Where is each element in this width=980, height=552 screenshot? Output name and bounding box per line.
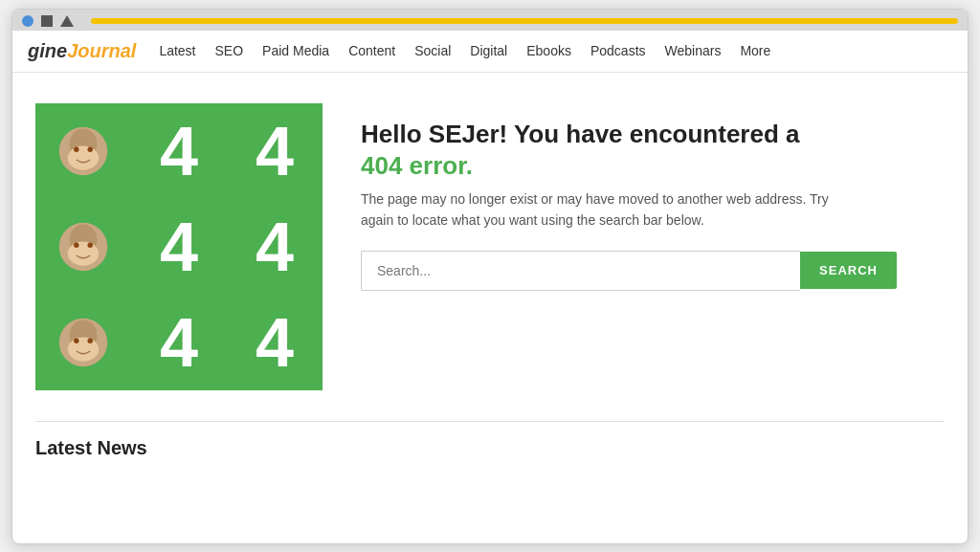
svg-point-7 bbox=[68, 241, 99, 265]
svg-point-3 bbox=[74, 146, 78, 151]
site-nav: gineJournal Latest SEO Paid Media Conten… bbox=[12, 31, 968, 73]
browser-dot-blue bbox=[22, 15, 33, 27]
error-headline: Hello SEJer! You have encountered a 404 … bbox=[361, 119, 945, 184]
browser-window: gineJournal Latest SEO Paid Media Conten… bbox=[11, 9, 969, 544]
svg-point-13 bbox=[74, 338, 78, 342]
num-4-mid-right: 4 bbox=[256, 212, 294, 281]
num-4-bot-left: 4 bbox=[160, 308, 198, 377]
face-icon-3 bbox=[57, 317, 109, 368]
svg-point-8 bbox=[74, 242, 78, 247]
page-content: 4 4 4 bbox=[12, 73, 968, 482]
latest-news-title: Latest News bbox=[35, 437, 945, 459]
svg-point-14 bbox=[88, 338, 93, 342]
error-section: 4 4 4 bbox=[35, 103, 945, 390]
search-button[interactable]: SEARCH bbox=[800, 252, 897, 289]
face-cell-2: 4 bbox=[227, 103, 323, 199]
face-cell-8: 4 bbox=[131, 295, 227, 390]
nav-item-more[interactable]: More bbox=[740, 42, 770, 59]
nav-item-digital[interactable]: Digital bbox=[470, 42, 507, 59]
latest-news-section: Latest News bbox=[35, 421, 945, 459]
logo-journal: Journal bbox=[67, 40, 136, 61]
nav-item-ebooks[interactable]: Ebooks bbox=[526, 42, 571, 59]
address-bar bbox=[91, 18, 958, 24]
nav-menu: Latest SEO Paid Media Content Social Dig… bbox=[159, 42, 770, 59]
nav-item-webinars[interactable]: Webinars bbox=[665, 42, 722, 59]
error-text-section: Hello SEJer! You have encountered a 404 … bbox=[361, 103, 945, 291]
svg-point-4 bbox=[88, 146, 93, 151]
logo-gine: gine bbox=[28, 40, 67, 61]
face-cell-9: 4 bbox=[227, 295, 323, 390]
num-4-bot-right: 4 bbox=[256, 308, 294, 377]
nav-item-content[interactable]: Content bbox=[348, 42, 395, 59]
face-icon-2 bbox=[57, 221, 109, 273]
search-input[interactable] bbox=[361, 251, 800, 291]
face-cell-7 bbox=[35, 295, 131, 390]
site-logo: gineJournal bbox=[28, 40, 136, 62]
nav-item-paid-media[interactable]: Paid Media bbox=[262, 42, 329, 59]
svg-point-2 bbox=[68, 145, 99, 169]
nav-item-latest[interactable]: Latest bbox=[159, 42, 195, 59]
face-cell-5: 4 bbox=[131, 199, 227, 295]
face-cell-1 bbox=[35, 103, 131, 199]
search-row: SEARCH bbox=[361, 251, 897, 291]
face-icon-1 bbox=[57, 125, 109, 177]
error-code: 404 error. bbox=[361, 151, 473, 180]
browser-triangle bbox=[60, 15, 74, 27]
svg-point-12 bbox=[68, 337, 99, 361]
num-4-top-right: 4 bbox=[256, 117, 294, 186]
browser-square bbox=[41, 15, 53, 27]
error-image: 4 4 4 bbox=[35, 103, 323, 390]
nav-item-podcasts[interactable]: Podcasts bbox=[590, 42, 646, 59]
face-cell-6: 4 bbox=[227, 199, 323, 295]
face-cell-4: 4 bbox=[131, 103, 227, 199]
num-4-top-left: 4 bbox=[160, 117, 198, 186]
face-cell-3 bbox=[35, 199, 131, 295]
num-4-mid-left: 4 bbox=[160, 212, 198, 281]
error-description: The page may no longer exist or may have… bbox=[361, 188, 839, 232]
svg-point-9 bbox=[88, 242, 93, 247]
nav-item-seo[interactable]: SEO bbox=[215, 42, 244, 59]
browser-chrome bbox=[12, 10, 968, 31]
nav-item-social[interactable]: Social bbox=[414, 42, 451, 59]
